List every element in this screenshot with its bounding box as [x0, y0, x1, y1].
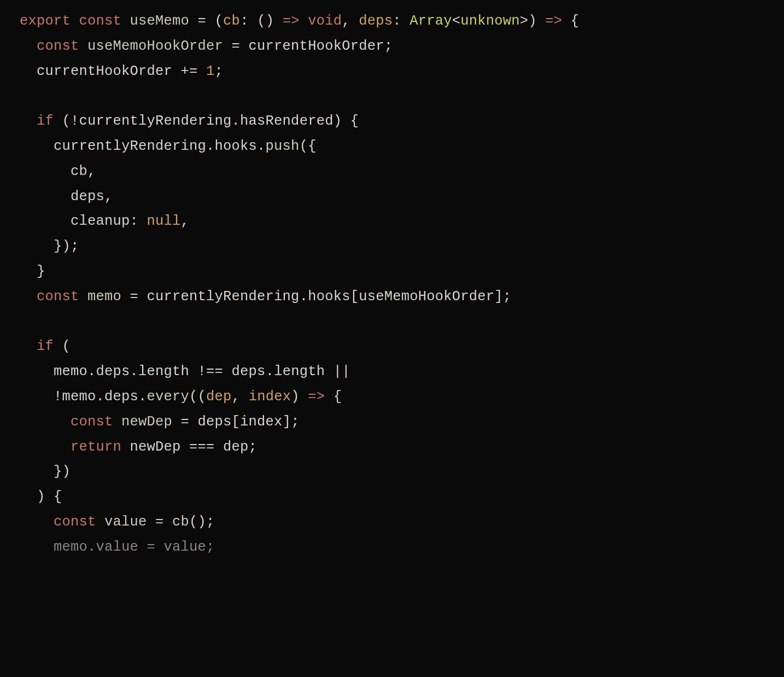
code-token: || — [325, 364, 350, 380]
code-token: useMemo — [130, 13, 190, 29]
code-token: ! — [20, 389, 62, 405]
code-token: 1 — [206, 63, 215, 79]
code-token: cb — [71, 164, 87, 179]
code-token: . — [130, 364, 139, 380]
code-token: memo — [54, 364, 87, 380]
code-token: value — [96, 539, 139, 555]
code-token: ; — [215, 63, 224, 79]
code-token: (! — [54, 113, 79, 129]
code-token: ]; — [494, 289, 511, 305]
code-token: null — [147, 213, 181, 229]
code-token: hasRendered — [240, 113, 334, 129]
code-token: >) — [520, 13, 546, 29]
code-token — [300, 13, 308, 29]
code-token: , — [87, 164, 96, 179]
code-token: += — [172, 63, 206, 79]
code-token — [20, 514, 54, 530]
code-token: , — [181, 213, 190, 229]
code-token: dep — [223, 439, 249, 455]
code-token — [20, 414, 71, 430]
code-token: void — [308, 13, 342, 29]
code-token: = — [138, 539, 164, 555]
code-token: = — [121, 289, 147, 305]
code-line: export const useMemo = (cb: () => void, … — [20, 13, 579, 29]
code-token: useMemoHookOrder — [359, 289, 494, 305]
code-token: const — [71, 414, 113, 430]
code-token: }); — [20, 238, 79, 254]
code-token: ; — [206, 539, 215, 555]
code-token — [20, 213, 71, 229]
code-token — [20, 138, 54, 154]
code-token: !== — [189, 364, 232, 380]
code-token: : — [130, 213, 147, 229]
code-token: ({ — [300, 138, 317, 154]
code-line: memo.deps.length !== deps.length || — [20, 364, 350, 380]
code-token: currentHookOrder — [249, 38, 384, 54]
code-token: }) — [20, 464, 71, 480]
code-token: useMemoHookOrder — [87, 38, 223, 54]
code-line: return newDep === dep; — [20, 439, 257, 455]
code-token: const — [54, 514, 96, 530]
code-token — [20, 439, 71, 455]
code-line: }); — [20, 238, 79, 254]
code-token — [20, 63, 37, 79]
code-token: deps — [198, 414, 232, 430]
code-token: . — [257, 138, 266, 154]
code-token: cleanup — [71, 213, 130, 229]
code-token: currentlyRendering — [79, 113, 232, 129]
code-token — [20, 539, 54, 555]
code-token: , — [232, 389, 249, 405]
code-token: = — [172, 414, 198, 430]
code-line: if ( — [20, 338, 71, 354]
code-token: ]; — [283, 414, 300, 430]
code-block: export const useMemo = (cb: () => void, … — [0, 0, 784, 569]
code-token: ) { — [20, 489, 62, 505]
code-token — [96, 514, 105, 530]
code-line: !memo.deps.every((dep, index) => { — [20, 389, 342, 405]
code-token: ) { — [334, 113, 359, 129]
code-token: if — [37, 113, 54, 129]
code-token: deps — [104, 389, 138, 405]
code-token: memo — [62, 389, 96, 405]
code-line: } — [20, 264, 45, 279]
code-token: const — [37, 289, 79, 305]
code-line: }) — [20, 464, 71, 480]
code-token: unknown — [460, 13, 520, 29]
code-token: : — [393, 13, 409, 29]
code-token: cb — [172, 514, 189, 530]
code-line: deps, — [20, 189, 113, 205]
code-line: if (!currentlyRendering.hasRendered) { — [20, 113, 359, 129]
code-token: currentHookOrder — [37, 63, 172, 79]
code-token — [20, 364, 54, 380]
code-token: { — [325, 389, 342, 405]
code-token — [20, 338, 37, 354]
code-token — [20, 164, 71, 179]
code-token — [71, 13, 79, 29]
code-token: length — [274, 364, 325, 380]
code-token: = — [223, 38, 249, 54]
code-token: . — [87, 364, 96, 380]
code-token: < — [452, 13, 461, 29]
code-token: const — [79, 13, 122, 29]
code-token: hooks — [215, 138, 258, 154]
code-line: const memo = currentlyRendering.hooks[us… — [20, 289, 511, 305]
code-token: . — [87, 539, 96, 555]
code-token — [113, 414, 122, 430]
code-token — [121, 13, 130, 29]
code-token: [ — [350, 289, 359, 305]
code-token: . — [206, 138, 215, 154]
code-token: length — [138, 364, 189, 380]
code-token: , — [342, 13, 359, 29]
code-token: === — [181, 439, 224, 455]
code-token: return — [71, 439, 121, 455]
code-token: deps — [359, 13, 393, 29]
code-token: const — [37, 38, 79, 54]
code-line: cleanup: null, — [20, 213, 189, 229]
code-token: export — [20, 13, 71, 29]
code-token: => — [283, 13, 300, 29]
code-line: cb, — [20, 164, 96, 179]
code-token: ; — [384, 38, 393, 54]
code-token: deps — [232, 364, 266, 380]
code-token: : () — [240, 13, 283, 29]
code-token: Array — [409, 13, 452, 29]
